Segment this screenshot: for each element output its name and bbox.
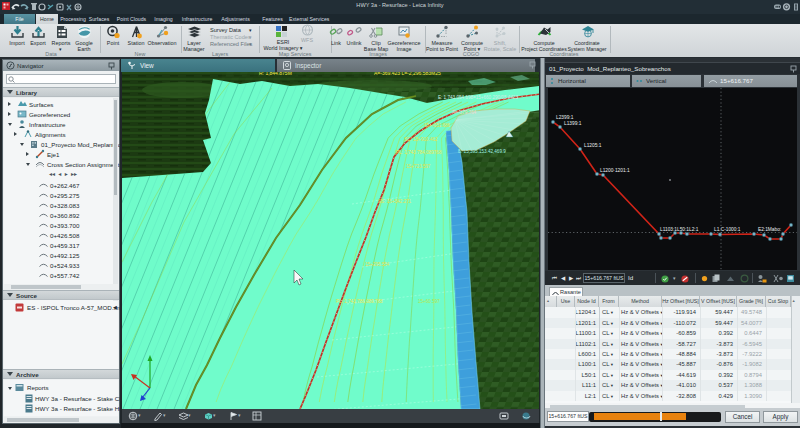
svg-text:SC: 15+910.462: SC: 15+910.462 [404, 137, 438, 142]
svg-text:PL: 1,743.784,089768: PL: 1,743.784,089768 [396, 150, 442, 155]
svg-text:15+723.597: 15+723.597 [406, 164, 431, 169]
svg-text:A=-369.423 L=-2,296.583M25: A=-369.423 L=-2,296.583M25 [374, 72, 441, 76]
svg-text:B: 15,395.153.42,469.9: B: 15,395.153.42,469.9 [458, 149, 506, 154]
svg-text:L2399:1: L2399:1 [556, 115, 574, 120]
svg-text:L1399:1: L1399:1 [564, 121, 582, 126]
svg-text:L1205:1: L1205:1 [584, 143, 602, 148]
svg-text:R: 1,844.875M: R: 1,844.875M [259, 72, 292, 76]
svg-text:SS: 15+542.271: SS: 15+542.271 [378, 199, 412, 204]
svg-text:L1103:1L50:1L2:1: L1103:1L50:1L2:1 [660, 227, 699, 232]
svg-text:E: 1,743.054,698=15+660.290/05: E: 1,743.054,698=15+660.290/05.4423 [438, 95, 518, 100]
svg-text:R=-379.764: R=-379.764 [452, 110, 477, 115]
svg-text:L1.C-1000:1: L1.C-1000:1 [714, 227, 741, 232]
svg-text:PL: 1,743.786,089.768: PL: 1,743.786,089.768 [336, 299, 383, 304]
svg-text:15+60.597: 15+60.597 [418, 299, 440, 304]
svg-text:L1200·1201:1: L1200·1201:1 [600, 168, 630, 173]
svg-text:15+-051.686: 15+-051.686 [424, 123, 450, 128]
svg-text:15+295.554: 15+295.554 [365, 262, 390, 267]
svg-text:E2:1Mabo:: E2:1Mabo: [758, 227, 781, 232]
